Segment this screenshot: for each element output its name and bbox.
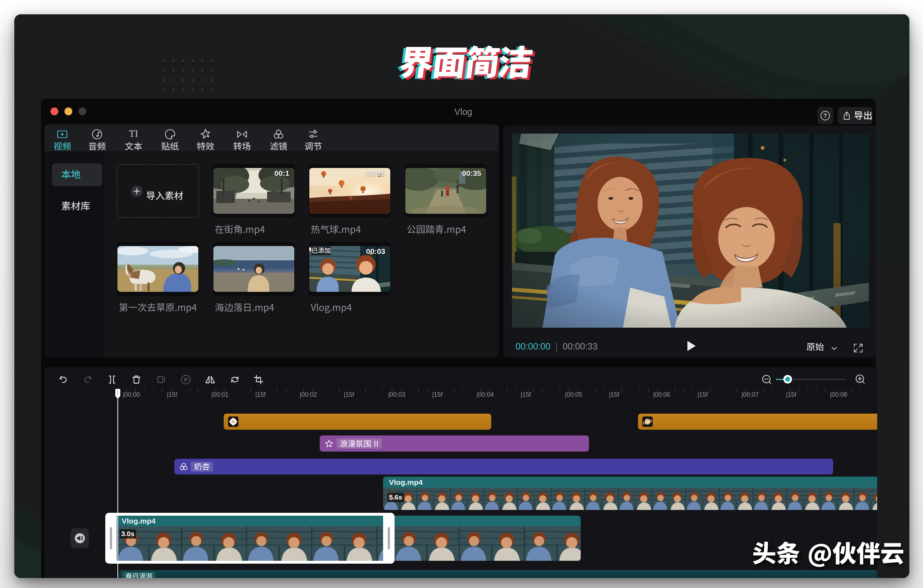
svg-text:TI: TI bbox=[129, 128, 138, 139]
svg-text:?: ? bbox=[823, 113, 827, 119]
